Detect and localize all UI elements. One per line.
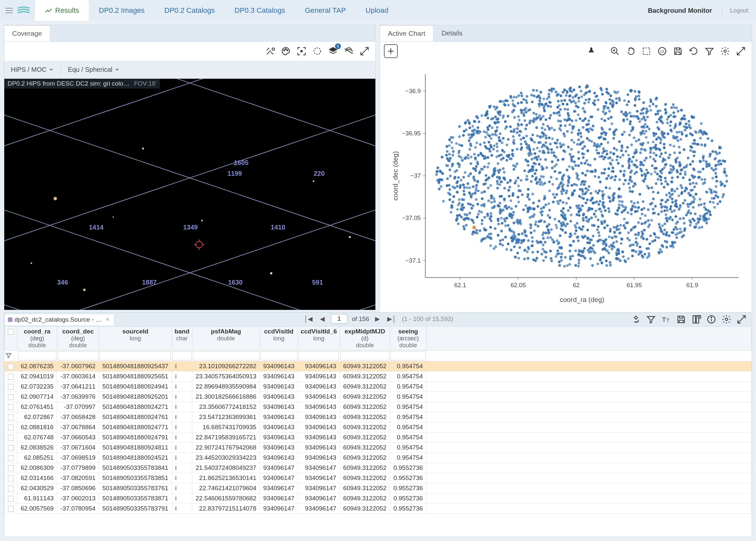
scatter-chart[interactable]: 62.162.056261.9561.9−36.9−36.95−37−37.05… — [380, 61, 752, 314]
expand-chart-icon[interactable] — [734, 44, 748, 58]
table-filter-icon[interactable] — [644, 312, 658, 326]
filter-band[interactable] — [172, 351, 191, 360]
table-row[interactable]: 62.0732235-37.06412115014890481880924941… — [5, 382, 752, 392]
row-checkbox[interactable] — [8, 506, 14, 512]
col-expMidptMJD[interactable]: expMidptMJD(d)double — [340, 326, 390, 350]
subtab-active-chart[interactable]: Active Chart — [380, 25, 433, 41]
table-row[interactable]: 62.076748-37.06605435014890481880924791i… — [5, 432, 752, 443]
filter-ccdVisitId_6[interactable] — [299, 351, 339, 360]
projection-dropdown[interactable]: Equ / Spherical — [65, 65, 122, 75]
app-logo-icon[interactable] — [16, 3, 31, 18]
table-row[interactable]: 62.0430529-37.08506965014890503355783761… — [5, 483, 752, 493]
close-tab-icon[interactable]: × — [106, 316, 109, 323]
center-icon[interactable] — [295, 44, 308, 58]
row-checkbox[interactable] — [8, 435, 14, 441]
table-row[interactable]: 62.0761451-37.0709975014890481880924271i… — [5, 402, 752, 412]
row-checkbox[interactable] — [8, 475, 14, 481]
expand-table-icon[interactable] — [735, 312, 748, 326]
last-page-icon[interactable]: ▶│ — [386, 314, 397, 324]
row-checkbox[interactable] — [8, 414, 14, 420]
tab-general-tap[interactable]: General TAP — [295, 0, 356, 21]
gear-icon[interactable] — [718, 44, 732, 58]
tab-dp02-images[interactable]: DP0.2 Images — [89, 0, 154, 21]
logout-link[interactable]: Logout — [722, 6, 756, 15]
row-checkbox[interactable] — [8, 465, 14, 471]
row-checkbox[interactable] — [8, 374, 14, 380]
next-page-icon[interactable]: ▶ — [374, 314, 381, 324]
tab-dp02-catalogs[interactable]: DP0.2 Catalogs — [155, 0, 225, 21]
table-row[interactable]: 62.085251-37.06985195014890481880924521i… — [5, 453, 752, 463]
sky-image-view[interactable]: DP0.2 HiPS from DESC DC2 sim: gri colo… … — [4, 79, 375, 310]
filter-psfAbMag[interactable] — [193, 351, 259, 360]
tab-upload[interactable]: Upload — [356, 0, 398, 21]
col-band[interactable]: bandchar — [172, 326, 192, 350]
table-tab[interactable]: dp02_dc2_catalogs.Source - … × — [4, 314, 114, 325]
col-ccdVisitId[interactable]: ccdVisitIdlong — [260, 326, 298, 350]
microscope-icon[interactable] — [629, 312, 643, 326]
tab-results[interactable]: Results — [35, 0, 89, 21]
row-checkbox[interactable] — [8, 486, 14, 491]
pan-icon[interactable] — [624, 44, 638, 58]
svg-point-1435 — [594, 175, 596, 178]
lock-icon[interactable] — [342, 44, 356, 58]
table-row[interactable]: 61.911143-37.06020135014890503355783871i… — [5, 493, 752, 504]
row-checkbox[interactable] — [8, 445, 14, 451]
table-row[interactable]: 62.0941019-37.06036145014890481880925651… — [5, 371, 752, 382]
hips-moc-dropdown[interactable]: HiPS / MOC — [8, 65, 56, 75]
tab-dp03-catalogs[interactable]: DP0.3 Catalogs — [225, 0, 295, 21]
save-icon[interactable] — [671, 44, 685, 58]
table-row[interactable]: 62.0838526-37.06716045014890481880924811… — [5, 443, 752, 453]
background-monitor-link[interactable]: Background Monitor — [638, 7, 722, 14]
filter-icon[interactable] — [703, 44, 716, 58]
add-chart-icon[interactable] — [384, 44, 398, 58]
filter-seeing[interactable] — [390, 351, 426, 360]
info-icon[interactable] — [704, 312, 718, 326]
text-options-icon[interactable]: TT — [659, 312, 673, 326]
col-seeing[interactable]: seeing(arcsec)double — [390, 326, 426, 350]
add-column-icon[interactable] — [689, 312, 703, 326]
row-checkbox[interactable] — [8, 455, 14, 461]
subtab-details[interactable]: Details — [433, 25, 470, 41]
expand-icon[interactable] — [358, 44, 371, 58]
filter-sourceId[interactable] — [100, 351, 171, 360]
table-row[interactable]: 62.0314166-37.08205915014890503355783851… — [5, 473, 752, 483]
table-row[interactable]: 62.0876235-37.06079625014890481880925437… — [5, 361, 752, 371]
col-sourceId[interactable]: sourceIdlong — [99, 326, 172, 350]
row-checkbox[interactable] — [8, 425, 14, 430]
table-save-icon[interactable] — [674, 312, 688, 326]
table-gear-icon[interactable] — [720, 312, 733, 326]
table-row[interactable]: 62.0057569-37.07809545014890503355783791… — [5, 504, 752, 514]
filter-coord_dec[interactable] — [58, 351, 98, 360]
table-row[interactable]: 62.0086309-37.07798995014890503355783841… — [5, 463, 752, 473]
subtab-coverage[interactable]: Coverage — [4, 25, 50, 41]
hamburger-icon[interactable] — [3, 4, 16, 17]
col-ccdVisitId_6[interactable]: ccdVisitId_6long — [298, 326, 340, 350]
zoom-in-icon[interactable] — [608, 44, 622, 58]
table-row[interactable]: 62.072867-37.06584285014890481880924761i… — [5, 412, 752, 422]
row-checkbox[interactable] — [8, 404, 14, 410]
col-coord_dec[interactable]: coord_dec(deg)double — [57, 326, 99, 350]
table-row[interactable]: 62.0881816-37.06788645014890481880924771… — [5, 422, 752, 432]
first-page-icon[interactable]: │◀ — [303, 314, 314, 324]
row-checkbox[interactable] — [8, 364, 14, 369]
zoom-1x-icon[interactable]: 1X — [655, 44, 669, 58]
filter-coord_ra[interactable] — [18, 351, 56, 360]
row-checkbox[interactable] — [8, 394, 14, 400]
circle-select-icon[interactable] — [310, 44, 324, 58]
select-all-checkbox[interactable] — [8, 329, 14, 335]
row-checkbox[interactable] — [8, 384, 14, 390]
col-psfAbMag[interactable]: psfAbMagdouble — [192, 326, 260, 350]
color-palette-icon[interactable] — [279, 44, 293, 58]
page-input[interactable] — [331, 314, 347, 323]
filter-expMidptMJD[interactable] — [340, 351, 389, 360]
filter-ccdVisitId[interactable] — [261, 351, 297, 360]
layers-icon[interactable]: 5 — [326, 44, 340, 58]
table-row[interactable]: 62.0907714-37.06399765014890481880925201… — [5, 392, 752, 402]
row-checkbox[interactable] — [8, 496, 14, 502]
prev-page-icon[interactable]: ◀ — [319, 314, 326, 324]
tools-icon[interactable] — [263, 44, 277, 58]
pin-icon[interactable] — [584, 44, 598, 58]
col-coord_ra[interactable]: coord_ra(deg)double — [17, 326, 57, 350]
select-box-icon[interactable] — [640, 44, 653, 58]
restore-icon[interactable] — [687, 44, 701, 58]
